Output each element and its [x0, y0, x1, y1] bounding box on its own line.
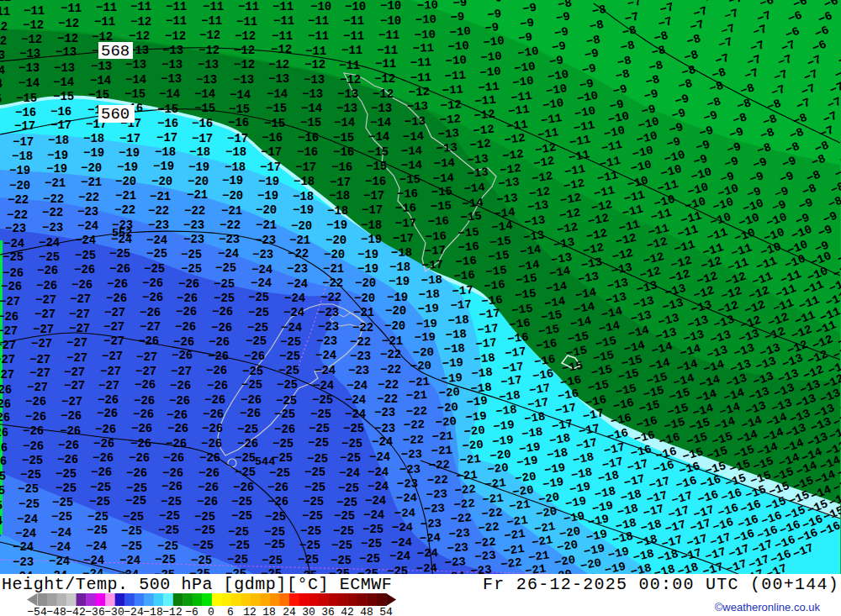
svg-text:18: 18 [262, 606, 276, 616]
svg-text:−12: −12 [340, 73, 361, 87]
svg-text:−9: −9 [548, 53, 564, 69]
svg-text:−25: −25 [155, 553, 176, 566]
svg-text:−20: −20 [384, 319, 405, 333]
svg-text:−23: −23 [287, 262, 308, 276]
svg-text:−20: −20 [324, 248, 345, 261]
svg-text:−26: −26 [0, 383, 12, 397]
svg-text:−25: −25 [0, 470, 6, 483]
svg-text:−19: −19 [119, 146, 140, 160]
svg-text:−26: −26 [244, 350, 265, 363]
svg-text:−25: −25 [242, 365, 263, 378]
svg-text:568: 568 [101, 42, 130, 61]
svg-text:−13: −13 [19, 61, 40, 75]
svg-text:−20: −20 [325, 234, 346, 247]
svg-text:−25: −25 [56, 482, 77, 495]
svg-text:−22: −22 [114, 203, 135, 217]
svg-text:−24: −24 [3, 237, 24, 250]
svg-text:−18: −18 [471, 366, 494, 381]
svg-text:−16: −16 [455, 254, 478, 269]
svg-text:−15: −15 [485, 263, 508, 279]
svg-text:−12: −12 [439, 112, 461, 127]
svg-text:−20: −20 [291, 219, 312, 233]
svg-text:−26: −26 [241, 393, 262, 407]
svg-text:−9: −9 [450, 10, 465, 24]
svg-text:−24: −24 [50, 526, 71, 540]
svg-text:−11: −11 [24, 4, 45, 18]
svg-text:−22: −22 [78, 191, 99, 204]
svg-text:−26: −26 [134, 394, 155, 408]
svg-text:−25: −25 [158, 524, 179, 537]
svg-text:−26: −26 [161, 480, 182, 493]
svg-text:−15: −15 [368, 145, 389, 159]
svg-text:−13: −13 [436, 140, 458, 155]
svg-text:−25: −25 [277, 378, 298, 392]
svg-text:−22: −22 [404, 418, 426, 432]
svg-text:−12: −12 [199, 29, 220, 42]
svg-text:−26: −26 [172, 349, 193, 362]
svg-text:−23: −23 [474, 548, 497, 564]
svg-text:−26: −26 [23, 440, 44, 453]
svg-text:−25: −25 [340, 451, 361, 465]
svg-text:−21: −21 [221, 204, 242, 218]
svg-text:−19: −19 [326, 218, 347, 232]
svg-text:−21: −21 [45, 176, 66, 190]
svg-text:−23: −23 [447, 540, 468, 555]
svg-text:−10: −10 [380, 14, 401, 28]
svg-text:−18: −18 [418, 287, 440, 302]
svg-text:−24: −24 [392, 520, 414, 534]
svg-text:−25: −25 [264, 525, 285, 539]
svg-text:−25: −25 [159, 509, 180, 523]
svg-text:−14: −14 [267, 87, 288, 101]
svg-text:−25: −25 [231, 509, 252, 523]
svg-text:−25: −25 [194, 510, 215, 524]
svg-text:−23: −23 [255, 234, 276, 247]
svg-text:−11: −11 [375, 57, 396, 71]
svg-text:−11: −11 [308, 14, 329, 28]
svg-text:−15: −15 [431, 184, 452, 199]
svg-text:−11: −11 [305, 45, 326, 58]
svg-text:−10: −10 [24, 0, 45, 3]
svg-text:−11: −11 [272, 0, 294, 13]
svg-text:−26: −26 [204, 393, 225, 407]
svg-text:−19: −19 [83, 146, 104, 160]
svg-text:−23: −23 [397, 476, 419, 491]
svg-text:−17: −17 [362, 203, 383, 217]
svg-text:−15: −15 [333, 131, 354, 145]
svg-text:−21: −21 [289, 234, 310, 247]
svg-text:−24: −24 [283, 306, 304, 319]
svg-text:−25: −25 [264, 538, 285, 551]
svg-text:−12: −12 [57, 32, 78, 45]
svg-text:−25: −25 [227, 553, 248, 566]
svg-text:−18: −18 [445, 327, 467, 342]
svg-text:−25: −25 [303, 495, 324, 508]
svg-text:−10: −10 [380, 0, 401, 13]
svg-text:−15: −15 [264, 117, 285, 130]
svg-text:−19: −19 [389, 275, 410, 288]
svg-text:−25: −25 [3, 250, 24, 264]
svg-text:−20: −20 [81, 161, 102, 175]
svg-text:−25: −25 [304, 466, 325, 479]
svg-text:−20: −20 [256, 203, 277, 217]
svg-text:−23: −23 [374, 406, 395, 419]
svg-text:−25: −25 [52, 496, 73, 509]
svg-text:−16: −16 [453, 268, 475, 283]
svg-text:−17: −17 [475, 335, 498, 351]
svg-text:−26: −26 [131, 422, 152, 435]
svg-text:−20: −20 [489, 447, 512, 463]
svg-text:−26: −26 [37, 264, 58, 277]
svg-text:−15: −15 [16, 92, 37, 105]
svg-text:−9: −9 [584, 46, 600, 62]
svg-text:−24: −24 [83, 554, 104, 567]
svg-text:−27: −27 [69, 308, 90, 321]
svg-text:−22: −22 [428, 457, 450, 472]
svg-text:−25: −25 [125, 494, 146, 508]
svg-text:−24: −24 [346, 379, 368, 392]
svg-text:−27: −27 [0, 339, 16, 352]
svg-text:−21: −21 [405, 388, 427, 403]
svg-text:−13: −13 [56, 45, 77, 59]
svg-text:−24: −24 [396, 491, 418, 505]
svg-text:−19: −19 [357, 248, 378, 261]
svg-text:−9: −9 [553, 24, 569, 40]
svg-text:−25: −25 [309, 422, 330, 435]
svg-text:−26: −26 [267, 481, 288, 494]
